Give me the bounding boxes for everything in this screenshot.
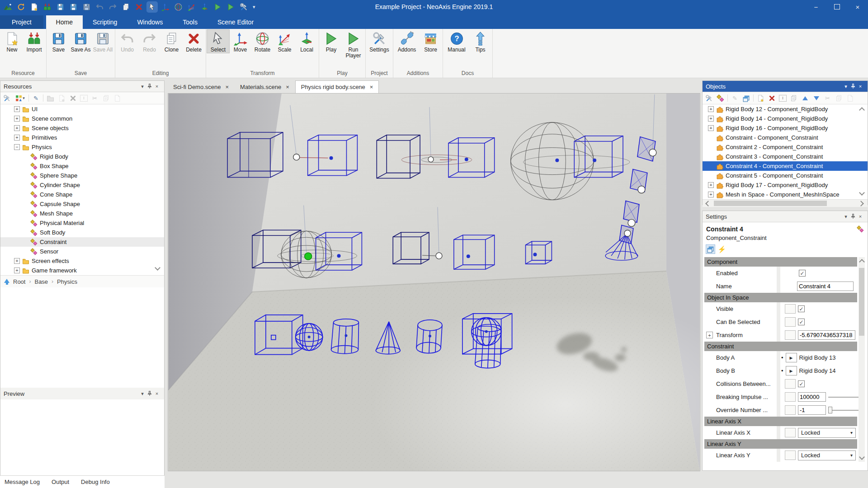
clone-icon[interactable] [122,3,130,11]
rotate-tool-icon[interactable] [174,3,183,11]
tree-item-screen-effects[interactable]: +Screen effects [0,256,164,266]
addons-button[interactable]: Addons [394,30,420,53]
display-options-icon[interactable]: ▾ [14,94,26,103]
project-settings-button[interactable]: Settings [367,30,392,53]
expander-icon[interactable]: + [14,258,20,264]
reference-button[interactable]: ▶ [786,366,797,375]
default-flag-box[interactable] [785,317,796,327]
expander-icon[interactable]: + [14,267,20,273]
settings-vertical-scrollbar[interactable] [859,257,865,462]
property-group-linear-axis-x[interactable]: Linear Axis X [704,417,857,426]
visible-checkbox[interactable]: ✓ [798,305,805,312]
tree-item-game-framework[interactable]: +Game framework [0,266,164,275]
tree-item-ui[interactable]: +UI [0,104,164,114]
object-item-rigid-body-16[interactable]: +Rigid Body 16 - Component_RigidBody [703,123,868,133]
object-item-constraint-4[interactable]: Constraint 4 - Component_Constraint [703,161,868,171]
run-player-icon[interactable] [226,3,235,11]
save-as-button[interactable]: Save As [70,30,92,53]
expander-icon[interactable]: + [708,192,714,197]
expander-icon[interactable]: + [14,135,20,141]
tree-item-sensor[interactable]: Sensor [0,247,164,256]
rename-icon[interactable]: I [779,95,787,102]
local-tool-icon[interactable] [200,3,209,11]
pin-icon[interactable] [850,213,856,220]
tree-item-scene-objects[interactable]: +Scene objects [0,123,164,133]
pin-icon[interactable] [146,390,153,397]
objects-horizontal-scrollbar[interactable] [703,199,868,207]
scroll-left-icon[interactable] [705,201,711,206]
tree-item-primitives[interactable]: +Primitives [0,133,164,142]
component-types-icon[interactable] [716,94,725,103]
save-icon[interactable] [56,3,65,11]
override-number-input[interactable] [798,405,826,415]
edit-icon[interactable]: ✎ [32,94,40,103]
panel-menu-icon[interactable]: ▾ [842,213,850,220]
breadcrumb-item-base[interactable]: Base [34,278,48,285]
panel-menu-icon[interactable]: ▾ [842,83,850,90]
tab-scene-editor[interactable]: Scene Editor [208,15,264,29]
play-icon[interactable] [213,3,222,11]
tab-message-log[interactable]: Message Log [5,479,40,485]
move-down-icon[interactable] [812,94,821,103]
tab-scripting[interactable]: Scripting [83,15,127,29]
close-icon[interactable]: × [153,390,161,397]
close-icon[interactable]: × [856,213,864,220]
run-player-button[interactable]: Run Player [342,30,364,59]
property-group-component[interactable]: Component [704,257,857,267]
tree-item-box-shape[interactable]: Box Shape [0,161,164,171]
expander-icon[interactable]: − [14,144,20,150]
delete-icon[interactable] [135,3,143,11]
expander-icon[interactable]: + [708,182,714,188]
select-button[interactable]: Select [207,30,229,53]
tab-materials-scene[interactable]: Materials.scene× [235,81,295,93]
tree-item-constraint[interactable]: Constraint [0,237,164,247]
tab-scifi-demo-scene[interactable]: Sci-fi Demo.scene× [168,81,234,93]
tips-button[interactable]: Tips [469,30,491,53]
manual-button[interactable]: Manual [444,30,469,53]
breaking-impulse-slider[interactable] [828,397,863,398]
linear-axis-x-select[interactable]: Locked▾ [798,428,856,438]
scroll-down-icon[interactable] [859,454,865,460]
property-group-object-in-space[interactable]: Object In Space [704,293,857,302]
resources-settings-icon[interactable] [3,94,11,103]
scroll-right-icon[interactable] [858,201,864,206]
breadcrumb-item-root[interactable]: Root [13,278,25,285]
enabled-checkbox[interactable]: ✓ [799,270,806,277]
tree-item-cone-shape[interactable]: Cone Shape [0,190,164,199]
scroll-up-icon[interactable] [859,259,865,265]
object-item-constraint[interactable]: Constraint - Component_Constraint [703,133,868,142]
new-button[interactable]: New [1,30,23,53]
properties-view-icon[interactable] [706,245,715,253]
refresh-icon[interactable] [17,3,25,11]
tab-tools[interactable]: Tools [173,15,208,29]
select-tool-icon[interactable] [148,3,156,11]
close-button[interactable]: × [847,0,868,14]
name-input[interactable] [797,282,854,291]
override-number-slider[interactable] [828,410,863,411]
object-item-rigid-body-17[interactable]: +Rigid Body 17 - Component_RigidBody [703,180,868,190]
reference-button[interactable]: ▶ [786,353,797,362]
can-be-selected-checkbox[interactable]: ✓ [798,319,805,325]
collisions-checkbox[interactable]: ✓ [798,380,805,387]
expander-icon[interactable]: + [14,125,20,131]
tab-windows[interactable]: Windows [127,15,173,29]
close-icon[interactable]: × [286,84,289,90]
object-item-rigid-body-14[interactable]: +Rigid Body 14 - Component_RigidBody [703,114,868,123]
rotate-button[interactable]: Rotate [251,30,274,53]
open-in-window-icon[interactable] [742,94,750,103]
save-as-icon[interactable] [69,3,78,11]
minimize-button[interactable]: − [806,0,826,14]
property-group-linear-axis-y[interactable]: Linear Axis Y [704,439,857,449]
move-up-icon[interactable] [801,94,809,103]
navigate-up-icon[interactable] [4,279,9,285]
new-object-icon[interactable] [756,94,765,103]
duplicate-icon[interactable] [789,94,798,103]
tree-item-mesh-shape[interactable]: Mesh Shape [0,209,164,218]
move-button[interactable]: Move [229,30,251,53]
save-button[interactable]: Save [47,30,70,53]
default-flag-box[interactable] [785,450,796,460]
transform-input[interactable] [798,330,855,340]
import-button[interactable]: Import [23,30,45,53]
delete-button[interactable]: Delete [183,30,205,53]
move-tool-icon[interactable] [161,3,170,11]
